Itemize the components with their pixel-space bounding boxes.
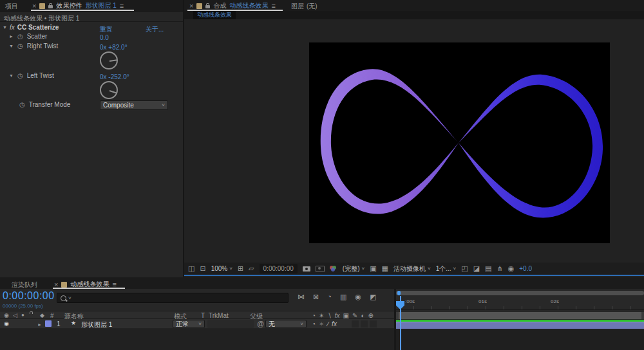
layer-expander-icon[interactable]: ►	[37, 321, 42, 328]
video-preview-icon[interactable]: ⊡	[200, 265, 205, 272]
column-t[interactable]: T	[201, 312, 205, 319]
layer-color-swatch[interactable]	[45, 320, 52, 327]
parent-dropdown[interactable]: 无 ˅	[265, 320, 307, 328]
panel-menu-icon[interactable]: ≡	[271, 2, 275, 10]
layer-name[interactable]: 形状图层 1	[81, 320, 112, 329]
resolution-menu[interactable]: (完整) ˅	[343, 264, 365, 273]
track-empty-area[interactable]	[396, 329, 644, 350]
collapse-switch-icon[interactable]: ✶	[319, 312, 324, 319]
right-twist-dial[interactable]	[100, 51, 118, 69]
param-value-right-twist[interactable]: 0x +82.0°	[100, 44, 128, 51]
breadcrumb[interactable]: 动感线条效果	[193, 11, 236, 19]
exposure-adjust[interactable]: +0.0	[519, 265, 532, 272]
blend-mode-dropdown[interactable]: 正常 ˅	[173, 320, 205, 328]
stopwatch-icon[interactable]: ◷	[17, 33, 23, 40]
twirl-right-icon[interactable]: ►	[9, 33, 14, 40]
switch-cell[interactable]	[361, 320, 368, 327]
tab-effect-controls-layer: 形状图层 1	[85, 1, 116, 10]
tab-effect-controls[interactable]: × 效果控件 形状图层 1 ≡	[32, 1, 124, 10]
layer-quality-icon[interactable]: ∕	[327, 320, 328, 327]
view-layout-menu[interactable]: 1个... ˅	[436, 264, 457, 273]
mask-visibility-icon[interactable]: ▱	[249, 265, 254, 272]
frame-blend-switch-icon[interactable]: ▣	[343, 312, 349, 319]
switch-cell[interactable]	[370, 320, 377, 327]
comp-tabbar: × 合成 动感线条效果 ≡ 图层 (无)	[184, 0, 644, 11]
work-area-start-handle[interactable]	[396, 312, 399, 319]
layer-duration-bar[interactable]	[396, 322, 644, 329]
graph-editor-icon[interactable]: ◩	[370, 293, 376, 300]
pixel-aspect-icon[interactable]: ◰	[461, 265, 468, 272]
shy-switch-icon[interactable]: ◔	[312, 312, 316, 319]
region-of-interest-icon[interactable]: ▣	[370, 265, 376, 272]
panel-menu-icon[interactable]: ≡	[120, 2, 124, 10]
take-snapshot-icon[interactable]	[303, 266, 310, 272]
twirl-down-icon[interactable]: ▼	[9, 42, 14, 50]
frame-blend-icon[interactable]: ▥	[340, 293, 346, 300]
adjustment-switch-icon[interactable]: ◐	[361, 312, 365, 319]
close-icon[interactable]: ×	[54, 281, 58, 288]
flowchart-button-icon[interactable]: ⋔	[497, 265, 502, 272]
quality-switch-icon[interactable]: ∖	[327, 312, 331, 319]
motion-blur-icon[interactable]: ◉	[355, 293, 361, 300]
twirl-down-icon[interactable]: ▼	[3, 24, 7, 31]
current-time-display[interactable]: 0:00:00:00	[3, 290, 55, 302]
channels-icon[interactable]	[330, 266, 337, 272]
param-value-left-twist[interactable]: 0x -252.0°	[100, 73, 129, 80]
layer-fx-icon[interactable]: fx	[332, 320, 337, 327]
layer-collapse-icon[interactable]: ✶	[319, 320, 324, 327]
solo-icon[interactable]: ●	[21, 312, 24, 318]
param-value-scatter[interactable]: 0.0	[100, 34, 109, 41]
navigator-playhead-marker[interactable]	[397, 291, 401, 295]
close-icon[interactable]: ×	[32, 3, 36, 9]
fx-switch-icon[interactable]: fx	[335, 312, 340, 319]
motion-blur-switch-icon[interactable]: ✎	[352, 312, 357, 319]
layer-row[interactable]: ◉ ► 1 ★ 形状图层 1 正常 ˅ @ 无 ˅ ◔ ✶ ∕ fx	[0, 319, 394, 329]
reset-button[interactable]: 重置	[100, 25, 113, 34]
stopwatch-icon[interactable]: ◷	[17, 72, 23, 79]
tab-composition[interactable]: × 合成 动感线条效果 ≡	[189, 1, 276, 10]
eye-icon[interactable]: ◉	[4, 312, 9, 318]
stopwatch-icon[interactable]: ◷	[17, 42, 23, 50]
work-area-bar[interactable]	[396, 312, 644, 319]
layer-list-empty-area[interactable]	[0, 329, 394, 350]
stopwatch-icon[interactable]: ◷	[19, 101, 25, 108]
effect-name[interactable]: CC Scatterize	[17, 24, 59, 31]
twirl-down-icon[interactable]: ▼	[9, 72, 14, 79]
layer-shy-icon[interactable]: ◔	[312, 320, 316, 327]
about-button[interactable]: 关于...	[146, 25, 164, 34]
transfer-mode-dropdown[interactable]: Composite ˅	[100, 100, 168, 110]
magnification-menu[interactable]: 100% ˅	[211, 265, 232, 272]
shy-icon[interactable]: ◔	[327, 293, 332, 300]
search-field[interactable]: ˅	[57, 293, 289, 303]
switch-cell[interactable]	[352, 320, 359, 327]
threed-switch-icon[interactable]: ⊕	[368, 312, 373, 319]
close-icon[interactable]: ×	[189, 3, 193, 9]
reset-exposure-icon[interactable]: ◉	[508, 265, 515, 272]
trkmat-cell[interactable]	[207, 320, 254, 328]
audio-icon[interactable]: ◁	[13, 312, 17, 318]
mini-flowchart-icon[interactable]: ⋈	[298, 293, 305, 300]
column-trkmat[interactable]: TrkMat	[209, 312, 229, 319]
comp-viewer[interactable]	[184, 19, 644, 262]
label-tag-icon[interactable]: ◆	[40, 312, 44, 318]
tab-render-queue[interactable]: 渲染队列	[12, 281, 37, 290]
snapshot-stack-icon[interactable]: ◫	[188, 265, 194, 272]
tab-project[interactable]: 项目	[5, 2, 18, 11]
left-twist-dial[interactable]	[100, 81, 118, 99]
column-number[interactable]: #	[50, 312, 54, 319]
layer-eye-icon[interactable]: ◉	[4, 320, 9, 327]
tab-layer-viewer[interactable]: 图层 (无)	[291, 2, 317, 11]
preview-time-field[interactable]: 0:00:00:00	[260, 264, 298, 273]
grid-guides-icon[interactable]: ⊞	[238, 265, 243, 272]
view-menu[interactable]: 活动摄像机 ˅	[393, 264, 431, 273]
transparency-grid-icon[interactable]: ▦	[382, 265, 388, 272]
composition-frame[interactable]	[309, 42, 610, 243]
draft-3d-icon[interactable]: ⊠	[313, 293, 319, 300]
show-snapshot-icon[interactable]	[316, 266, 325, 272]
work-area-end-handle[interactable]	[641, 312, 644, 319]
time-ruler[interactable]: :00s 01s 02s	[396, 296, 644, 310]
parent-pickwhip-icon[interactable]: @	[257, 320, 264, 327]
timeline-button-icon[interactable]: ▤	[485, 265, 491, 272]
time-navigator[interactable]	[396, 291, 644, 295]
fast-preview-icon[interactable]: ◪	[473, 265, 480, 272]
